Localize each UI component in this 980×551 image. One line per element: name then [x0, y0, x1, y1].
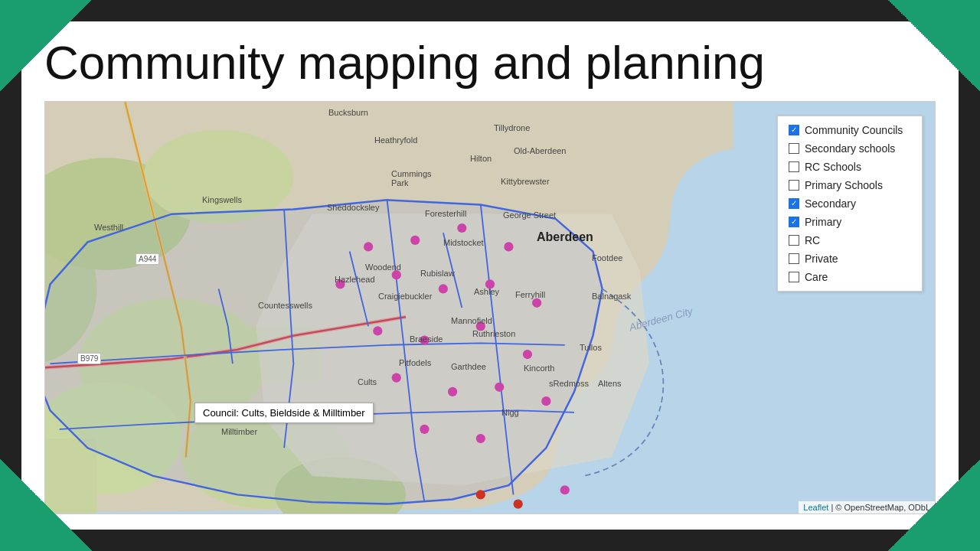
legend-item-private[interactable]: Private: [789, 253, 911, 265]
legend-panel: Community CouncilsSecondary schoolsRC Sc…: [777, 116, 923, 292]
legend-checkbox-rc[interactable]: [789, 235, 799, 246]
svg-point-24: [448, 387, 457, 396]
legend-item-rc-schools[interactable]: RC Schools: [789, 161, 911, 173]
legend-checkbox-secondary-schools[interactable]: [789, 143, 799, 154]
legend-item-care[interactable]: Care: [789, 271, 911, 283]
legend-label-community-councils: Community Councils: [805, 124, 903, 136]
svg-point-14: [335, 279, 345, 289]
legend-label-care: Care: [805, 271, 828, 283]
legend-label-primary-schools: Primary Schools: [805, 179, 883, 191]
page-title: Community mapping and planning: [44, 37, 936, 89]
svg-point-25: [495, 383, 504, 392]
main-content-area: Community mapping and planning: [21, 21, 959, 530]
svg-point-37: [514, 500, 523, 509]
svg-point-15: [392, 270, 401, 279]
legend-label-private: Private: [805, 253, 838, 265]
svg-point-13: [504, 243, 513, 252]
svg-point-19: [373, 327, 382, 336]
corner-decoration-tl: [0, 0, 92, 92]
legend-item-primary-schools[interactable]: Primary Schools: [789, 179, 911, 191]
svg-point-21: [476, 321, 485, 331]
legend-checkbox-primary-schools[interactable]: [789, 180, 799, 191]
svg-point-12: [457, 223, 466, 233]
legend-label-primary: Primary: [805, 216, 841, 228]
legend-checkbox-care[interactable]: [789, 272, 799, 282]
road-a944-label: A944: [136, 253, 159, 265]
legend-label-rc: RC: [805, 234, 820, 246]
legend-checkbox-rc-schools[interactable]: [789, 161, 799, 172]
road-b979-label: B979: [77, 353, 101, 364]
legend-checkbox-primary[interactable]: [789, 217, 799, 227]
svg-point-23: [392, 373, 401, 383]
legend-label-secondary: Secondary: [805, 197, 856, 210]
svg-point-10: [364, 243, 373, 252]
leaflet-link[interactable]: Leaflet: [803, 503, 828, 512]
svg-point-17: [485, 279, 495, 289]
svg-point-28: [476, 434, 485, 443]
svg-point-16: [439, 285, 448, 294]
map-container[interactable]: Aberdeen City Bucksburn Heathryfold Till…: [44, 101, 936, 514]
corner-decoration-br: [888, 459, 980, 551]
svg-point-36: [476, 490, 485, 499]
map-tooltip: Council: Cults, Bieldside & Milltimber: [194, 403, 374, 423]
legend-checkbox-secondary[interactable]: [789, 198, 799, 209]
corner-decoration-bl: [0, 459, 92, 551]
legend-checkbox-community-councils[interactable]: [789, 125, 799, 135]
svg-point-22: [523, 350, 532, 359]
legend-label-rc-schools: RC Schools: [805, 161, 861, 173]
legend-item-primary[interactable]: Primary: [789, 216, 911, 228]
svg-point-32: [560, 485, 570, 494]
corner-decoration-tr: [888, 0, 980, 92]
legend-item-secondary[interactable]: Secondary: [789, 197, 911, 210]
svg-point-20: [420, 336, 429, 345]
svg-point-26: [541, 396, 550, 406]
svg-point-27: [420, 425, 429, 434]
legend-item-rc[interactable]: RC: [789, 234, 911, 246]
legend-label-secondary-schools: Secondary schools: [805, 142, 895, 155]
legend-checkbox-private[interactable]: [789, 253, 799, 264]
legend-item-community-councils[interactable]: Community Councils: [789, 124, 911, 136]
svg-point-18: [532, 298, 541, 308]
svg-point-11: [410, 236, 420, 245]
legend-item-secondary-schools[interactable]: Secondary schools: [789, 142, 911, 155]
